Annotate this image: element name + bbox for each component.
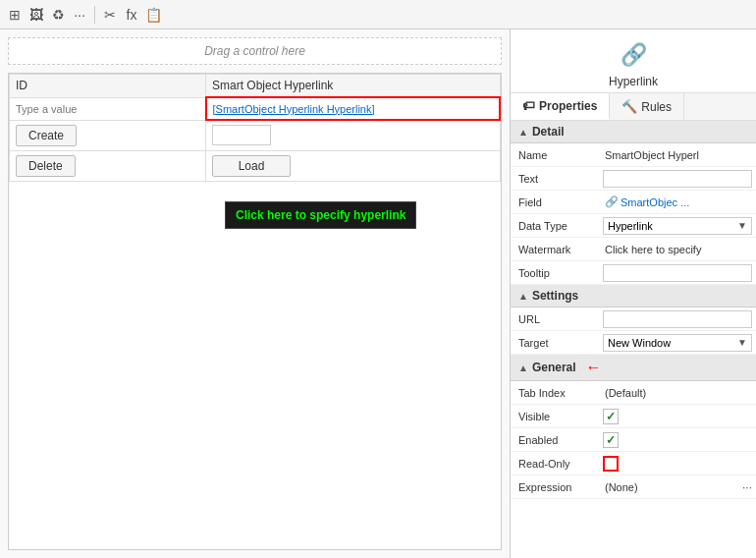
text-label: Text [511, 170, 599, 188]
cut-icon[interactable]: ✂ [101, 6, 119, 24]
search-cell [206, 120, 501, 150]
form-header-row: ID Smart Object Hyperlink [10, 75, 501, 98]
readonly-label: Read-Only [511, 455, 599, 473]
expression-label: Expression [511, 478, 599, 496]
general-arrow-indicator: ← [586, 359, 602, 376]
watermark-popup-text: Click here to specify hyperlink [236, 208, 405, 222]
create-button[interactable]: Create [16, 125, 77, 146]
tabindex-value: (Default) [599, 385, 756, 401]
grid-icon[interactable]: ⊞ [6, 6, 24, 24]
id-input-cell [10, 97, 206, 120]
watermark-popup: Click here to specify hyperlink [225, 201, 416, 229]
id-header: ID [10, 75, 206, 98]
delete-cell: Delete [10, 150, 206, 181]
create-cell: Create [10, 120, 206, 150]
field-label: Field [511, 194, 599, 211]
expression-dots-button[interactable]: ··· [738, 480, 756, 494]
url-label: URL [511, 310, 599, 328]
prop-tabindex: Tab Index (Default) [511, 381, 756, 405]
delete-button[interactable]: Delete [16, 155, 76, 177]
create-row: Create [10, 120, 501, 150]
prop-enabled: Enabled [511, 428, 756, 452]
enabled-checkbox[interactable] [603, 432, 619, 448]
field-link-icon: 🔗 [605, 195, 619, 208]
field-value: 🔗 SmartObjec ... [599, 194, 756, 210]
hyperlink-title: Hyperlink [609, 75, 658, 88]
general-section-label: General [532, 361, 576, 374]
target-label: Target [511, 334, 599, 352]
settings-collapse-icon: ▲ [518, 291, 528, 302]
detail-section-label: Detail [532, 125, 565, 139]
prop-field: Field 🔗 SmartObjec ... [511, 191, 756, 214]
tabs-row: 🏷 Properties 🔨 Rules [511, 93, 756, 121]
readonly-checkbox[interactable] [603, 456, 619, 472]
expression-value: (None) [599, 479, 738, 495]
target-arrow: ▼ [737, 337, 747, 348]
tooltip-label: Tooltip [511, 264, 599, 282]
prop-tooltip: Tooltip [511, 261, 756, 285]
datatype-select[interactable]: Hyperlink ▼ [603, 217, 752, 235]
datatype-label: Data Type [511, 217, 599, 235]
tabindex-label: Tab Index [511, 384, 599, 402]
enabled-label: Enabled [511, 431, 599, 449]
rules-tab-label: Rules [641, 100, 672, 114]
prop-target: Target New Window ▼ [511, 331, 756, 355]
properties-icon: 🏷 [522, 98, 535, 113]
prop-url: URL [511, 307, 756, 331]
datatype-value: Hyperlink [608, 220, 653, 232]
export-icon[interactable]: 📋 [144, 6, 162, 24]
delete-row: Delete Load [10, 150, 501, 181]
prop-datatype: Data Type Hyperlink ▼ [511, 214, 756, 238]
tooltip-input[interactable] [603, 264, 752, 282]
watermark-label: Watermark [511, 241, 599, 258]
prop-text: Text [511, 167, 756, 191]
image-icon[interactable]: 🖼 [27, 6, 45, 24]
id-input[interactable] [16, 103, 199, 115]
datatype-arrow: ▼ [737, 220, 747, 231]
load-cell: Load [206, 150, 501, 181]
formula-icon[interactable]: fx [123, 6, 140, 24]
general-section-header[interactable]: ▲ General ← [511, 355, 756, 381]
detail-section-header[interactable]: ▲ Detail [511, 121, 756, 143]
visible-checkbox[interactable] [603, 409, 619, 424]
prop-expression: Expression (None) ··· [511, 475, 756, 499]
rules-icon: 🔨 [621, 99, 637, 114]
right-top: 🔗 Hyperlink [511, 29, 756, 93]
right-panel: 🔗 Hyperlink 🏷 Properties 🔨 Rules ▲ Detai… [511, 29, 756, 558]
target-value: New Window [608, 337, 671, 349]
field-link-text: SmartObjec ... [621, 196, 689, 208]
search-input[interactable] [212, 125, 271, 145]
url-input[interactable] [603, 310, 752, 328]
prop-name: Name SmartObject Hyperl [511, 143, 756, 167]
input-row: [SmartObject Hyperlink Hyperlink] [10, 97, 501, 120]
prop-readonly: Read-Only [511, 452, 756, 475]
watermark-value: Click here to specify [599, 242, 756, 257]
left-panel: Drag a control here ID Smart Object Hype… [0, 29, 511, 558]
detail-collapse-icon: ▲ [518, 127, 528, 138]
properties-tab-label: Properties [539, 99, 597, 113]
hyperlink-icon: 🔗 [616, 37, 651, 73]
properties-tab[interactable]: 🏷 Properties [511, 93, 610, 120]
general-collapse-icon: ▲ [518, 363, 528, 373]
recycle-icon[interactable]: ♻ [49, 6, 67, 24]
form-area: ID Smart Object Hyperlink [SmartObject H… [8, 73, 502, 550]
load-button[interactable]: Load [212, 155, 291, 177]
main-area: Drag a control here ID Smart Object Hype… [0, 29, 756, 558]
visible-label: Visible [511, 408, 599, 425]
prop-watermark: Watermark Click here to specify [511, 238, 756, 261]
smart-object-header: Smart Object Hyperlink [206, 75, 501, 98]
more-icon[interactable]: ··· [71, 6, 88, 24]
rules-tab[interactable]: 🔨 Rules [610, 93, 684, 120]
form-table: ID Smart Object Hyperlink [SmartObject H… [9, 74, 501, 182]
settings-section-label: Settings [532, 289, 578, 303]
drag-hint: Drag a control here [8, 37, 502, 65]
toolbar: ⊞ 🖼 ♻ ··· ✂ fx 📋 [0, 0, 756, 29]
text-input[interactable] [603, 170, 752, 188]
name-label: Name [511, 146, 599, 164]
settings-section-header[interactable]: ▲ Settings [511, 285, 756, 307]
hyperlink-value[interactable]: [SmartObject Hyperlink Hyperlink] [207, 99, 500, 119]
prop-visible: Visible [511, 405, 756, 428]
hyperlink-cell: [SmartObject Hyperlink Hyperlink] [206, 97, 501, 120]
target-select[interactable]: New Window ▼ [603, 334, 752, 352]
name-value: SmartObject Hyperl [599, 147, 756, 163]
